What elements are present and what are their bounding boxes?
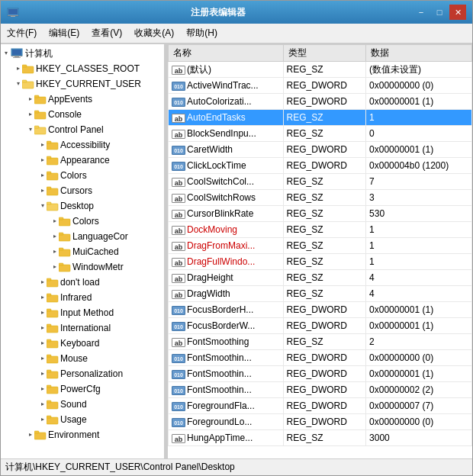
tree-item-languagecor[interactable]: ▸ LanguageCor	[2, 229, 162, 244]
tree-arrow[interactable]: ▸	[39, 321, 47, 335]
tree-item-keyboard[interactable]: ▸ Keyboard	[2, 336, 162, 351]
tree-item-usage[interactable]: ▸ Usage	[2, 412, 162, 427]
reg-type: REG_SZ	[283, 126, 366, 142]
tree-item-international[interactable]: ▸ International	[2, 320, 162, 336]
tree-arrow[interactable]: ▸	[39, 169, 47, 182]
table-row[interactable]: abDragFromMaxi...REG_SZ1	[169, 238, 472, 254]
tree-arrow[interactable]: ▸	[39, 153, 47, 167]
tree-item-desktop_colors[interactable]: ▸ Colors	[2, 214, 162, 229]
tree-arrow[interactable]: ▸	[39, 413, 47, 426]
table-row[interactable]: ab(默认)REG_SZ(数值未设置)	[169, 62, 472, 78]
table-row[interactable]: 010ForegroundLo...REG_DWORD0x00000000 (0…	[169, 414, 472, 430]
tree-item-controlpanel[interactable]: ▾ Control Panel	[2, 122, 162, 137]
tree-item-console[interactable]: ▸ Console	[2, 107, 162, 122]
tree-item-desktop[interactable]: ▾ Desktop	[2, 198, 162, 214]
tree-item-environment[interactable]: ▸ Environment	[2, 427, 162, 442]
table-row[interactable]: 010ActiveWindTrac...REG_DWORD0x00000000 …	[169, 78, 472, 94]
svg-rect-34	[59, 248, 63, 250]
menu-item[interactable]: 收藏夹(A)	[128, 25, 180, 41]
tree-item-mouse[interactable]: ▸ Mouse	[2, 351, 162, 366]
table-row[interactable]: 010FontSmoothin...REG_DWORD0x00000001 (1…	[169, 366, 472, 382]
registry-table[interactable]: 名称 类型 数据 ab(默认)REG_SZ(数值未设置)010ActiveWin…	[168, 44, 472, 458]
tree-item-appearance[interactable]: ▸ Appearance	[2, 153, 162, 168]
table-row[interactable]: abFontSmoothingREG_SZ2	[169, 334, 472, 350]
table-row[interactable]: 010FontSmoothin...REG_DWORD0x00000002 (2…	[169, 382, 472, 398]
table-row[interactable]: abDragWidthREG_SZ4	[169, 286, 472, 302]
table-row[interactable]: abCoolSwitchRowsREG_SZ3	[169, 190, 472, 206]
tree-arrow[interactable]: ▸	[39, 336, 47, 350]
table-row[interactable]: abAutoEndTasksREG_SZ1	[169, 110, 472, 126]
reg-sz-icon: ab	[172, 434, 185, 443]
close-button[interactable]: ✕	[449, 5, 466, 20]
tree-item-windowmetr[interactable]: ▸ WindowMetr	[2, 259, 162, 275]
reg-type: REG_DWORD	[283, 318, 366, 334]
tree-arrow[interactable]: ▸	[39, 275, 47, 289]
menu-item[interactable]: 帮助(H)	[180, 25, 224, 41]
tree-arrow[interactable]: ▸	[39, 382, 47, 396]
table-row[interactable]: abCoolSwitchCol...REG_SZ7	[169, 174, 472, 190]
table-row[interactable]: abBlockSendInpu...REG_SZ0	[169, 126, 472, 142]
tree-arrow[interactable]: ▾	[14, 77, 22, 91]
menu-item[interactable]: 查看(V)	[85, 25, 128, 41]
tree-item-powercfg[interactable]: ▸ PowerCfg	[2, 381, 162, 397]
table-row[interactable]: 010ClickLockTimeREG_DWORD0x000004b0 (120…	[169, 158, 472, 174]
tree-label: HKEY_CURRENT_USER	[36, 77, 141, 91]
table-row[interactable]: 010ForegroundFla...REG_DWORD0x00000007 (…	[169, 398, 472, 414]
tree-arrow[interactable]: ▸	[39, 367, 47, 381]
tree-arrow[interactable]: ▸	[14, 62, 22, 76]
tree-arrow[interactable]: ▸	[51, 260, 59, 274]
tree-arrow[interactable]: ▸	[39, 352, 47, 365]
minimize-button[interactable]: −	[413, 5, 430, 20]
tree-item-sound[interactable]: ▸ Sound	[2, 397, 162, 412]
tree-item-cursors[interactable]: ▸ Cursors	[2, 183, 162, 198]
tree-item-dontload[interactable]: ▸ don't load	[2, 275, 162, 290]
tree-arrow[interactable]: ▸	[39, 138, 47, 152]
reg-data: (数值未设置)	[366, 62, 472, 78]
tree-arrow[interactable]: ▸	[27, 92, 34, 106]
reg-data: 0x00000000 (0)	[366, 350, 472, 366]
svg-rect-21	[47, 158, 58, 165]
reg-name: abFontSmoothing	[169, 334, 284, 350]
reg-name: abDockMoving	[169, 222, 284, 238]
tree-arrow[interactable]: ▸	[51, 245, 59, 259]
reg-type: REG_DWORD	[283, 382, 366, 398]
tree-panel[interactable]: ▾ 计算机▸ HKEY_CLASSES_ROOT▾ HKEY_CURRENT_U…	[1, 44, 165, 458]
tree-item-infrared[interactable]: ▸ Infrared	[2, 290, 162, 305]
table-row[interactable]: abCursorBlinkRateREG_SZ530	[169, 206, 472, 222]
table-row[interactable]: abDragHeightREG_SZ4	[169, 270, 472, 286]
table-row[interactable]: abHungAppTime...REG_SZ3000	[169, 430, 472, 446]
table-row[interactable]: 010AutoColorizati...REG_DWORD0x00000001 …	[169, 94, 472, 110]
menu-item[interactable]: 编辑(E)	[43, 25, 85, 41]
table-row[interactable]: abDockMovingREG_SZ1	[169, 222, 472, 238]
tree-item-appevents[interactable]: ▸ AppEvents	[2, 92, 162, 107]
tree-arrow[interactable]: ▸	[39, 397, 47, 411]
table-row[interactable]: abDragFullWindo...REG_SZ1	[169, 254, 472, 270]
menu-item[interactable]: 文件(F)	[1, 25, 43, 41]
table-row[interactable]: 010FontSmoothin...REG_DWORD0x00000000 (0…	[169, 350, 472, 366]
tree-item-colors[interactable]: ▸ Colors	[2, 168, 162, 183]
tree-item-personalization[interactable]: ▸ Personalization	[2, 366, 162, 381]
tree-item-inputmethod[interactable]: ▸ Input Method	[2, 305, 162, 320]
svg-rect-32	[59, 233, 63, 235]
tree-arrow[interactable]: ▸	[39, 184, 47, 198]
tree-item-accessibility[interactable]: ▸ Accessibility	[2, 137, 162, 153]
tree-item-hkcr[interactable]: ▸ HKEY_CLASSES_ROOT	[2, 61, 162, 76]
table-row[interactable]: 010CaretWidthREG_DWORD0x00000001 (1)	[169, 142, 472, 158]
tree-arrow[interactable]: ▾	[27, 123, 34, 137]
svg-rect-27	[47, 204, 58, 211]
table-row[interactable]: 010FocusBorderH...REG_DWORD0x00000001 (1…	[169, 302, 472, 318]
tree-arrow[interactable]: ▸	[39, 306, 47, 320]
tree-arrow[interactable]: ▾	[2, 47, 10, 60]
tree-arrow[interactable]: ▸	[27, 428, 34, 442]
tree-arrow[interactable]: ▸	[51, 230, 59, 243]
maximize-button[interactable]: □	[431, 5, 448, 20]
folder-icon	[47, 140, 59, 150]
tree-arrow[interactable]: ▸	[39, 291, 47, 304]
tree-item-hkcu[interactable]: ▾ HKEY_CURRENT_USER	[2, 76, 162, 92]
tree-arrow[interactable]: ▸	[51, 214, 59, 228]
tree-item-muicached[interactable]: ▸ MuiCached	[2, 244, 162, 259]
table-row[interactable]: 010FocusBorderW...REG_DWORD0x00000001 (1…	[169, 318, 472, 334]
tree-arrow[interactable]: ▾	[39, 199, 47, 213]
tree-item-computer[interactable]: ▾ 计算机	[2, 46, 162, 61]
tree-arrow[interactable]: ▸	[27, 108, 34, 121]
